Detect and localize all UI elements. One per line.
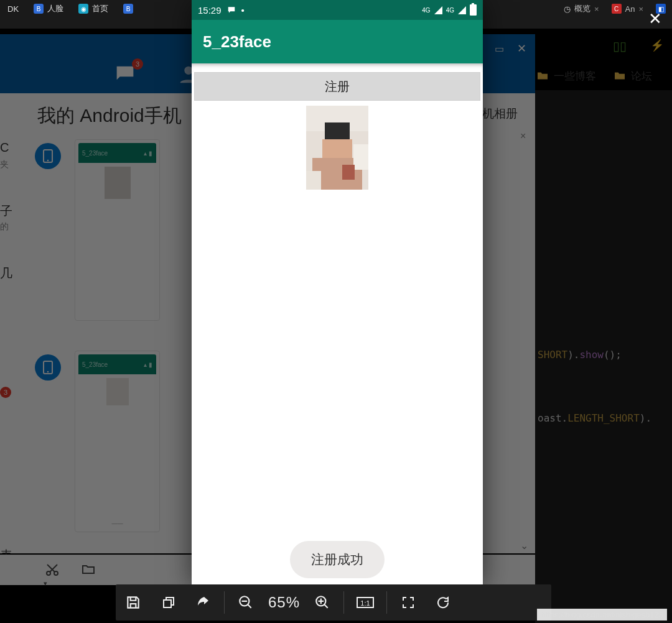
bookmark-label: 人脸 xyxy=(47,3,63,14)
share-button[interactable] xyxy=(185,584,220,621)
battery-icon xyxy=(470,4,477,16)
signal-icon xyxy=(434,6,442,14)
signal-icon xyxy=(458,6,466,14)
net-4g-label: 4G xyxy=(422,7,430,14)
phone-screenshot: 15:29 • 4G 4G 5_23face 注册 xyxy=(192,0,483,584)
baidu-icon: B xyxy=(123,4,133,14)
actual-size-button[interactable]: 1:1 xyxy=(348,584,383,621)
status-bar: 15:29 • 4G 4G xyxy=(192,0,483,20)
app-bar: 5_23face xyxy=(192,20,483,63)
register-button[interactable]: 注册 xyxy=(194,72,480,101)
rotate-button[interactable] xyxy=(426,584,460,621)
bookmark-label: 首页 xyxy=(92,3,108,14)
zoom-in-button[interactable] xyxy=(305,584,340,621)
bookmark-item[interactable]: B xyxy=(116,0,141,17)
zoom-percent: 65% xyxy=(263,594,305,611)
toast: 注册成功 xyxy=(290,541,385,578)
viewer-toolbar: 65% 1:1 xyxy=(116,584,551,621)
baidu-icon: B xyxy=(34,4,44,14)
app-c-icon: C xyxy=(612,4,622,14)
svg-rect-7 xyxy=(164,600,171,607)
clock-icon: ◷ xyxy=(564,4,571,14)
svg-text:1:1: 1:1 xyxy=(360,599,370,607)
lightbox-close-button[interactable]: ✕ xyxy=(640,4,671,34)
save-button[interactable] xyxy=(116,584,151,621)
tab-label: 概览 xyxy=(574,3,590,14)
tab-item[interactable]: ◷ 概览 × xyxy=(558,0,605,17)
zoom-out-button[interactable] xyxy=(228,584,263,621)
status-time: 15:29 xyxy=(198,5,222,16)
bookmark-item[interactable]: ◉ 首页 xyxy=(71,0,116,17)
bookmark-label: DK xyxy=(7,4,19,14)
dot-icon: • xyxy=(241,5,245,16)
fullscreen-button[interactable] xyxy=(391,584,426,621)
chat-icon: ◉ xyxy=(78,4,88,14)
watermark: https://blog.csdn.net/nishigesb123 xyxy=(537,609,667,621)
tab-close-icon[interactable]: × xyxy=(594,4,599,14)
face-photo xyxy=(306,106,368,190)
message-icon xyxy=(226,6,236,14)
app-title: 5_23face xyxy=(203,32,271,52)
copy-button[interactable] xyxy=(151,584,185,621)
net-4g-label: 4G xyxy=(446,7,454,14)
bookmark-item[interactable]: DK xyxy=(0,0,26,17)
register-label: 注册 xyxy=(325,78,350,95)
bookmark-item[interactable]: B 人脸 xyxy=(26,0,71,17)
close-icon: ✕ xyxy=(648,9,662,29)
tab-label: An xyxy=(625,4,635,14)
toast-text: 注册成功 xyxy=(311,552,363,566)
